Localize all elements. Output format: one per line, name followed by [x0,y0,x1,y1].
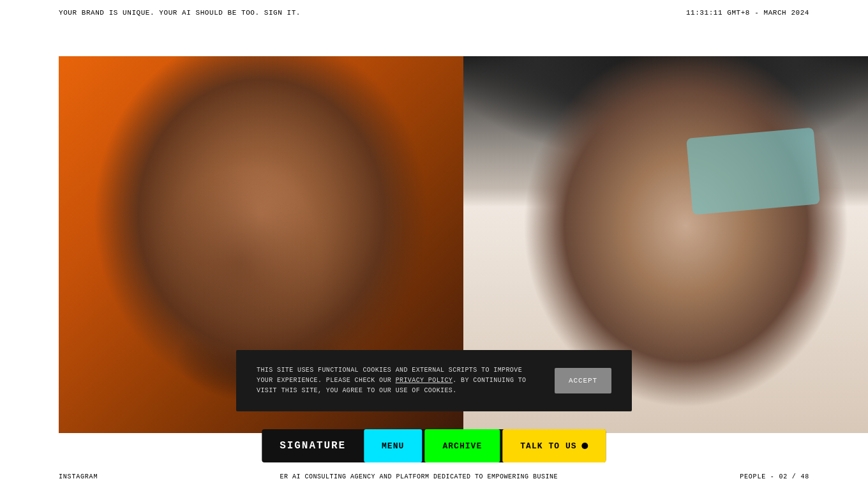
talk-to-us-button[interactable]: TALK TO US [502,429,606,462]
talk-dot-icon [582,443,588,449]
archive-button[interactable]: ARCHIVE [424,429,500,462]
images-container [0,56,868,488]
cookie-banner: THIS SITE USES FUNCTIONAL COOKIES AND EX… [236,350,632,411]
top-bar: YOUR BRAND IS UNIQUE. YOUR AI SHOULD BE … [0,0,868,26]
datetime: 11:31:11 GMT+8 - MARCH 2024 [686,9,809,17]
menu-button[interactable]: MENU [364,429,422,462]
footer-tagline: ER AI CONSULTING AGENCY AND PLATFORM DED… [110,473,727,480]
privacy-policy-link[interactable]: PRIVACY POLICY [396,377,453,384]
accept-button[interactable]: ACCEPT [555,368,611,393]
teal-accent [686,128,820,215]
footer-pagination: PEOPLE - 02 / 48 [740,473,809,480]
bottom-navbar: SIGNATURE MENU ARCHIVE TALK TO US [262,429,606,462]
cookie-text: THIS SITE USES FUNCTIONAL COOKIES AND EX… [257,365,534,396]
brand-logo: SIGNATURE [262,440,364,452]
footer-bar: INSTAGRAM ER AI CONSULTING AGENCY AND PL… [0,465,868,488]
footer-instagram: INSTAGRAM [59,473,98,480]
tagline: YOUR BRAND IS UNIQUE. YOUR AI SHOULD BE … [59,9,301,17]
